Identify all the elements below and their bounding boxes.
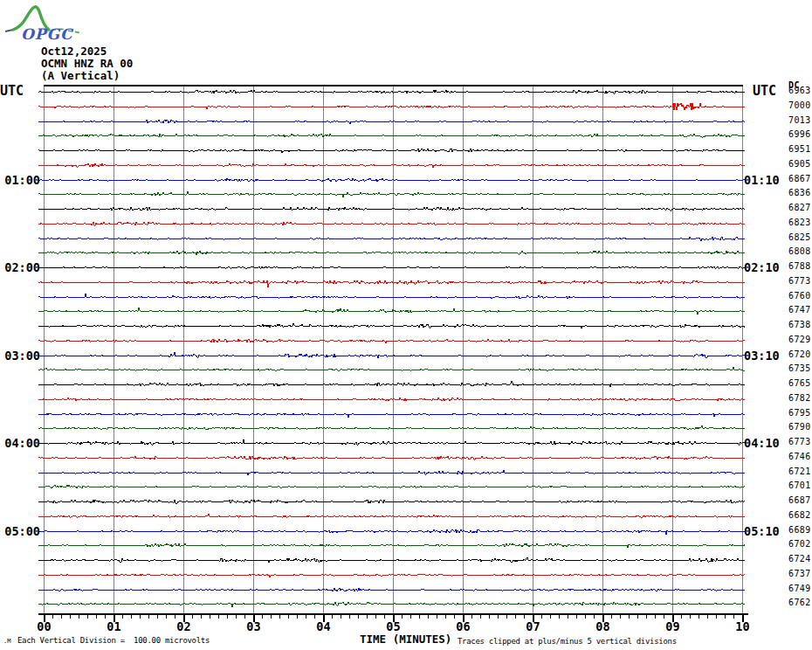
utc-time-label-right: 04:10 [744, 436, 780, 450]
x-axis-tick-label: 09 [665, 619, 679, 633]
dc-value: 7000 [788, 101, 811, 110]
x-axis-tick-label: 01 [107, 619, 120, 633]
clip-note: Traces clipped at plus/minus 5 vertical … [458, 637, 677, 646]
dc-value: 6951 [788, 145, 811, 154]
trace-row [38, 500, 745, 503]
scale-note: Each Vertical Division = 100.00 microvol… [17, 636, 210, 645]
dc-value: 6737 [788, 570, 811, 578]
trace-row [38, 574, 745, 577]
dc-value: 6702 [788, 540, 811, 549]
trace-row [38, 543, 745, 548]
dc-value: 6773 [788, 438, 811, 446]
dc-value: 6836 [788, 189, 811, 197]
dc-value: 6996 [788, 130, 811, 139]
dc-value: 6682 [788, 511, 811, 520]
dc-value: 6790 [788, 423, 811, 432]
dc-value: 6738 [788, 321, 811, 329]
utc-time-label-left: 03:00 [0, 349, 40, 363]
trace-row [38, 308, 745, 315]
dc-value: 6689 [788, 526, 811, 535]
trace-row [38, 280, 745, 287]
dc-value: 6724 [788, 555, 811, 564]
dc-value: 6808 [788, 247, 811, 256]
dc-value: 6760 [788, 292, 811, 301]
dc-value: 6749 [788, 584, 811, 593]
x-axis-tick-label: 04 [316, 619, 330, 633]
x-axis-tick-label: 05 [386, 619, 400, 633]
trace-row [38, 149, 745, 153]
utc-time-label-right: 03:10 [744, 349, 780, 363]
trace-row [38, 352, 745, 358]
dc-value: 6747 [788, 306, 811, 315]
dc-value: 6825 [788, 233, 811, 242]
dc-value: 6795 [788, 409, 811, 418]
dc-value: 6905 [788, 160, 811, 169]
x-axis-title: TIME (MINUTES) [360, 633, 451, 646]
dc-value: 6782 [788, 394, 811, 403]
trace-row [38, 90, 745, 93]
trace-row [38, 222, 745, 225]
trace-row [38, 470, 745, 475]
dc-value: 6867 [788, 175, 811, 183]
utc-time-label-right: 05:10 [744, 524, 780, 538]
dc-value: 6721 [788, 467, 811, 476]
dc-value: 6720 [788, 350, 811, 359]
trace-row [38, 529, 745, 535]
trace-row [38, 439, 745, 445]
dc-value: 6963 [788, 86, 811, 95]
helicorder-plot [0, 0, 812, 650]
trace-row [38, 163, 745, 168]
dc-value: 6823 [788, 218, 811, 227]
dc-value: 6701 [788, 481, 811, 490]
x-axis-tick-label: 00 [37, 619, 51, 633]
trace-row [38, 557, 745, 563]
trace-row [38, 514, 745, 517]
trace-row [38, 323, 745, 328]
dc-value: 6788 [788, 262, 811, 271]
trace-row [38, 485, 745, 488]
dc-value: 6765 [788, 379, 811, 388]
trace-row [38, 237, 745, 241]
trace-row [38, 120, 745, 124]
x-axis-tick-label: 06 [456, 619, 470, 633]
trace-row [38, 398, 745, 401]
utc-time-label-left: 05:00 [0, 524, 40, 538]
dc-value: 7013 [788, 116, 811, 125]
trace-row [38, 103, 745, 110]
helicorder-page: OPGC Oct12,2025 OCMN HNZ RA 00 (A Vertic… [0, 0, 812, 650]
trace-row [38, 207, 745, 211]
trace-row [38, 588, 745, 591]
trace-row [38, 413, 745, 418]
utc-time-label-left: 02:00 [0, 260, 40, 274]
dc-value: 6687 [788, 496, 811, 505]
trace-row [38, 367, 745, 370]
trace-row [38, 134, 745, 137]
x-axis-tick-label: 02 [176, 619, 190, 633]
x-axis-tick-label: 03 [246, 619, 260, 633]
utc-time-label-left: 01:00 [0, 173, 40, 187]
trace-row [38, 456, 745, 460]
trace-row [38, 602, 745, 607]
utc-time-label-left: 04:00 [0, 436, 40, 450]
trace-row [38, 266, 745, 268]
x-axis-tick-label: 10 [735, 619, 749, 633]
utc-time-label-right: 01:10 [744, 173, 780, 187]
trace-row [38, 425, 745, 430]
trace-row [38, 339, 745, 343]
trace-row [38, 381, 745, 387]
dc-value: 6729 [788, 335, 811, 344]
dc-value: 6746 [788, 453, 811, 461]
dc-value: 6735 [788, 364, 811, 373]
dc-value: 6827 [788, 204, 811, 212]
trace-row [38, 251, 745, 255]
utc-time-label-right: 02:10 [744, 260, 780, 274]
x-axis-tick-label: 08 [595, 619, 609, 633]
x-axis-tick-label: 07 [526, 619, 540, 633]
trace-row [38, 178, 745, 182]
dc-value: 6762 [788, 598, 811, 607]
dc-value: 6773 [788, 277, 811, 286]
footer-mark: .M [3, 638, 10, 645]
trace-row [38, 191, 745, 197]
trace-row [38, 294, 745, 299]
